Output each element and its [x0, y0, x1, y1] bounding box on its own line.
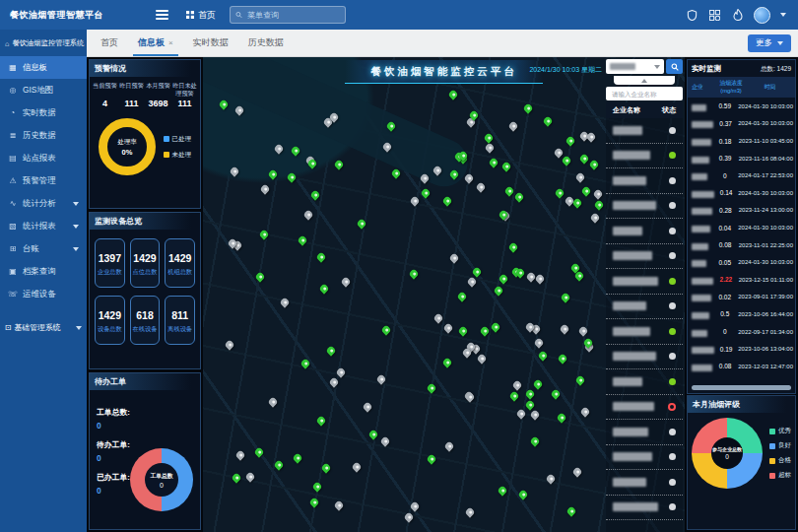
- map-pin[interactable]: [259, 229, 270, 239]
- map-pin[interactable]: [557, 353, 567, 364]
- map-pin[interactable]: [443, 441, 454, 452]
- map-pin[interactable]: [367, 430, 378, 440]
- map-pin[interactable]: [426, 454, 436, 465]
- enterprise-row[interactable]: [606, 470, 683, 496]
- map-pin[interactable]: [333, 159, 344, 169]
- device-stat-card[interactable]: 811离线设备: [165, 296, 195, 345]
- map-pin[interactable]: [488, 158, 499, 168]
- map-pin[interactable]: [518, 489, 529, 499]
- map-pin[interactable]: [292, 452, 302, 463]
- map-pin[interactable]: [443, 322, 454, 333]
- enterprise-row[interactable]: [606, 244, 683, 270]
- more-button[interactable]: 更多: [748, 34, 791, 52]
- tab-history-data[interactable]: 历史数据: [248, 30, 284, 56]
- enterprise-row[interactable]: [606, 168, 683, 194]
- realtime-row[interactable]: 0.082023-12-03 12:47:00: [688, 358, 795, 375]
- map-pin[interactable]: [466, 276, 477, 287]
- enterprise-row[interactable]: [606, 194, 683, 220]
- map-pin[interactable]: [593, 188, 604, 199]
- map-pin[interactable]: [545, 473, 556, 484]
- enterprise-row[interactable]: [606, 118, 683, 144]
- realtime-row[interactable]: 0.022023-09-01 17:39:00: [688, 289, 795, 306]
- map-pin[interactable]: [279, 297, 290, 307]
- map-pin[interactable]: [325, 346, 336, 357]
- map-pin[interactable]: [571, 466, 582, 477]
- tab-home[interactable]: 首页: [100, 30, 118, 56]
- enterprise-row[interactable]: [606, 295, 683, 320]
- map-pin[interactable]: [267, 169, 278, 180]
- gis-map-view[interactable]: 餐饮油烟智能监控云平台 2024/1/30 10:03 星期二: [203, 57, 685, 532]
- device-stat-card[interactable]: 1429机组总数: [165, 238, 195, 288]
- map-pin[interactable]: [319, 283, 330, 294]
- map-pin[interactable]: [513, 191, 524, 202]
- map-pin[interactable]: [259, 183, 270, 194]
- map-pin[interactable]: [410, 195, 421, 206]
- map-pin[interactable]: [254, 446, 265, 457]
- map-pin[interactable]: [499, 274, 509, 285]
- map-pin[interactable]: [559, 323, 569, 334]
- map-pin[interactable]: [574, 271, 585, 282]
- realtime-row[interactable]: 0.372024-01-30 10:03:00: [688, 115, 795, 133]
- map-pin[interactable]: [309, 189, 320, 200]
- tab-info-board[interactable]: 信息板×: [138, 30, 173, 56]
- device-stat-card[interactable]: 1397企业总数: [95, 238, 125, 288]
- map-pin[interactable]: [352, 462, 363, 473]
- map-pin[interactable]: [574, 374, 585, 385]
- realtime-row[interactable]: 0.282023-11-24 13:00:00: [688, 202, 795, 220]
- sidebar-item-ledger[interactable]: ⊞台账: [0, 237, 87, 260]
- map-pin[interactable]: [542, 115, 553, 126]
- map-pin[interactable]: [589, 212, 600, 223]
- realtime-row[interactable]: 0.042024-01-30 10:03:00: [688, 219, 795, 236]
- map-pin[interactable]: [235, 449, 246, 460]
- enterprise-search-button[interactable]: [666, 59, 683, 74]
- map-pin[interactable]: [504, 185, 515, 196]
- tab-close-icon[interactable]: ×: [168, 38, 173, 47]
- map-pin[interactable]: [328, 376, 339, 387]
- map-pin[interactable]: [441, 357, 452, 367]
- map-pin[interactable]: [557, 412, 567, 423]
- map-pin[interactable]: [524, 389, 535, 400]
- realtime-row[interactable]: 0.182023-11-10 03:45:00: [688, 132, 795, 150]
- sidebar-item-warning-mgmt[interactable]: ⚠预警管理: [0, 169, 87, 192]
- map-pin[interactable]: [483, 132, 494, 143]
- realtime-row[interactable]: 02022-09-17 01:34:00: [688, 323, 795, 341]
- map-pin[interactable]: [447, 89, 458, 100]
- map-pin[interactable]: [477, 353, 488, 364]
- map-pin[interactable]: [588, 160, 599, 170]
- map-pin[interactable]: [449, 168, 460, 179]
- map-pin[interactable]: [529, 435, 540, 446]
- map-pin[interactable]: [229, 166, 239, 176]
- menu-collapse-icon[interactable]: [156, 10, 168, 20]
- map-pin[interactable]: [471, 266, 482, 277]
- map-pin[interactable]: [553, 147, 564, 158]
- map-pin[interactable]: [290, 146, 300, 157]
- sidebar-item-ops-device[interactable]: ☏运维设备: [0, 283, 87, 305]
- map-pin[interactable]: [533, 337, 544, 348]
- map-pin[interactable]: [572, 197, 583, 208]
- map-pin[interactable]: [362, 401, 372, 412]
- map-pin[interactable]: [476, 181, 487, 192]
- map-pin[interactable]: [508, 390, 519, 401]
- map-pin[interactable]: [575, 171, 586, 182]
- map-pin[interactable]: [297, 234, 307, 245]
- map-pin[interactable]: [231, 472, 241, 483]
- flame-icon[interactable]: [731, 9, 744, 22]
- map-pin[interactable]: [538, 350, 549, 361]
- enterprise-name-field[interactable]: [606, 87, 683, 100]
- map-pin[interactable]: [578, 325, 589, 336]
- realtime-row[interactable]: 0.082023-11-01 22:25:00: [688, 236, 795, 254]
- map-pin[interactable]: [321, 462, 332, 473]
- map-pin[interactable]: [421, 188, 432, 199]
- map-pin[interactable]: [379, 435, 390, 446]
- map-pin[interactable]: [490, 322, 500, 333]
- map-pin[interactable]: [335, 367, 346, 378]
- map-pin[interactable]: [512, 379, 523, 390]
- map-pin[interactable]: [515, 408, 526, 419]
- enterprise-row[interactable]: [606, 395, 683, 421]
- realtime-row[interactable]: 0.592024-01-30 10:03:00: [688, 98, 795, 115]
- map-pin[interactable]: [419, 172, 430, 183]
- enterprise-name-input[interactable]: [610, 90, 679, 99]
- map-pin[interactable]: [479, 325, 490, 336]
- map-pin[interactable]: [432, 313, 443, 324]
- map-pin[interactable]: [523, 102, 534, 113]
